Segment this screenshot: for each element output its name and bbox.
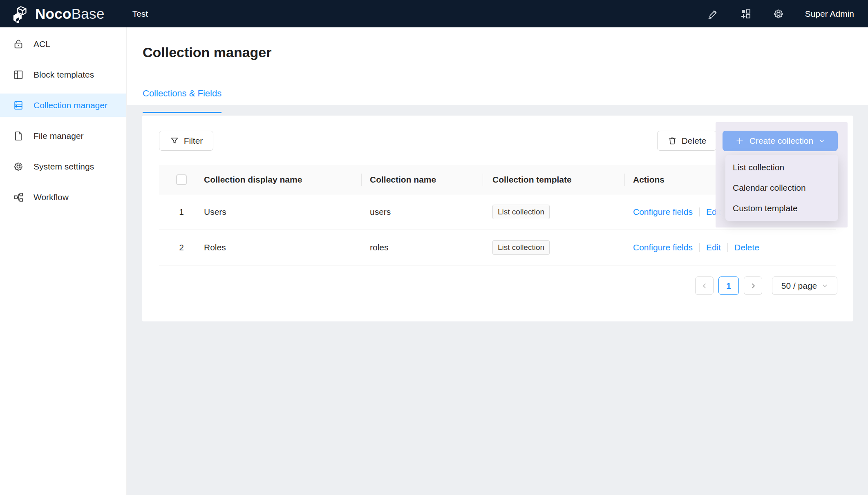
edit-link[interactable]: Edit — [706, 243, 721, 252]
user-menu[interactable]: Super Admin — [805, 9, 854, 19]
page-size-select[interactable]: 50 / page — [772, 276, 837, 295]
navbar-menu: Test — [128, 0, 152, 27]
cell-display-name: Users — [204, 207, 361, 217]
sidebar-item-label: Workflow — [34, 192, 69, 202]
main-area: Collection manager Collections & Fields … — [127, 27, 868, 495]
header-display-name: Collection display name — [204, 175, 361, 185]
create-collection-label: Create collection — [749, 136, 813, 146]
menu-item-custom-template[interactable]: Custom template — [725, 198, 838, 219]
delete-button[interactable]: Delete — [657, 131, 716, 151]
header-collection-name: Collection name — [361, 175, 483, 185]
nocobase-logo-text: NocoBase — [35, 6, 105, 22]
template-tag: List collection — [492, 240, 550, 255]
sidebar-item-label: System settings — [34, 162, 94, 172]
action-divider — [699, 243, 700, 252]
page-title: Collection manager — [143, 45, 272, 60]
logo-text-primary: Noco — [35, 6, 72, 22]
filter-button-label: Filter — [184, 136, 203, 146]
lock-icon — [13, 38, 24, 50]
sidebar-item-workflow[interactable]: Workflow — [0, 185, 126, 209]
appstore-add-icon[interactable] — [740, 8, 752, 20]
row-index-cell: 2 — [159, 243, 204, 252]
header-select-cell — [159, 174, 204, 185]
cell-collection-template: List collection — [483, 205, 624, 220]
cell-collection-name: users — [361, 207, 483, 217]
filter-icon — [170, 136, 179, 146]
template-tag: List collection — [492, 205, 550, 220]
sidebar-item-label: ACL — [34, 39, 50, 49]
pagination-prev-button[interactable] — [695, 276, 714, 295]
sidebar-item-collection-manager[interactable]: Collection manager — [0, 94, 126, 117]
highlighter-icon[interactable] — [707, 8, 719, 20]
settings-icon[interactable] — [772, 8, 785, 20]
cell-collection-template: List collection — [483, 240, 624, 255]
row-index-cell: 1 — [159, 207, 204, 217]
chevron-left-icon — [701, 282, 708, 290]
layout-icon — [13, 69, 24, 80]
page-size-value: 50 / page — [781, 281, 817, 291]
nocobase-logo[interactable]: NocoBase — [0, 4, 105, 23]
delete-button-label: Delete — [682, 136, 707, 146]
create-collection-dropdown: List collection Calendar collection Cust… — [725, 155, 838, 221]
sidebar-item-system-settings[interactable]: System settings — [0, 155, 126, 178]
pagination-page-1[interactable]: 1 — [718, 276, 739, 295]
filter-button[interactable]: Filter — [159, 131, 213, 151]
configure-fields-link[interactable]: Configure fields — [633, 243, 693, 252]
chevron-down-icon — [822, 283, 828, 289]
chevron-down-icon — [819, 138, 825, 144]
delete-link[interactable]: Delete — [734, 243, 759, 252]
configure-fields-link[interactable]: Configure fields — [633, 207, 693, 217]
create-collection-overlay: Create collection List collection Calend… — [716, 122, 848, 227]
select-all-checkbox[interactable] — [176, 174, 187, 185]
cell-collection-name: roles — [361, 243, 483, 252]
menu-item-calendar-collection[interactable]: Calendar collection — [725, 178, 838, 198]
sidebar-item-label: File manager — [34, 131, 84, 141]
sidebar-item-acl[interactable]: ACL — [0, 32, 126, 56]
logo-text-secondary: Base — [72, 6, 105, 22]
pagination-next-button[interactable] — [744, 276, 762, 295]
cell-actions: Configure fields Edit Delete — [624, 243, 836, 252]
action-divider — [699, 207, 700, 216]
create-collection-button[interactable]: Create collection — [723, 131, 838, 151]
table-row: 2 Roles roles List collection Configure … — [159, 230, 836, 265]
sidebar-item-block-templates[interactable]: Block templates — [0, 63, 126, 86]
sidebar-item-label: Collection manager — [34, 100, 107, 110]
page-root: NocoBase Test Super Admin — [0, 0, 868, 495]
tab-collections-fields[interactable]: Collections & Fields — [143, 88, 221, 113]
cell-display-name: Roles — [204, 243, 361, 252]
plus-icon — [735, 136, 744, 145]
page-header: Collection manager Collections & Fields — [127, 27, 868, 105]
sidebar-item-label: Block templates — [34, 70, 94, 80]
action-divider — [727, 243, 728, 252]
row-index: 1 — [179, 207, 184, 217]
navbar-menu-item-test[interactable]: Test — [128, 0, 152, 27]
workflow-icon — [13, 192, 24, 203]
top-navbar: NocoBase Test Super Admin — [0, 0, 868, 27]
pagination: 1 50 / page — [695, 276, 837, 295]
sidebar-item-file-manager[interactable]: File manager — [0, 124, 126, 147]
database-icon — [13, 100, 24, 111]
trash-icon — [667, 136, 677, 146]
nocobase-logo-icon — [11, 4, 30, 23]
header-collection-template: Collection template — [483, 175, 624, 185]
file-icon — [13, 130, 24, 142]
settings-sidebar: ACL Block templates Collection manager F… — [0, 27, 127, 495]
gear-icon — [13, 161, 24, 172]
menu-item-list-collection[interactable]: List collection — [725, 157, 838, 178]
row-index: 2 — [179, 243, 184, 252]
chevron-right-icon — [749, 282, 757, 290]
navbar-right: Super Admin — [707, 8, 868, 20]
